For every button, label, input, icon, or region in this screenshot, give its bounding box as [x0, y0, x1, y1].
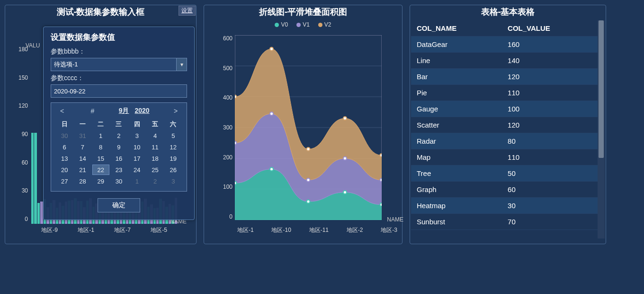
dp-day[interactable]: 26 — [165, 165, 182, 175]
svg-point-16 — [343, 157, 347, 160]
legend-item[interactable]: V0 — [275, 21, 288, 28]
dp-month[interactable]: 9月 — [119, 107, 129, 115]
param-c-value[interactable] — [51, 88, 187, 95]
dp-year[interactable]: 2020 — [134, 107, 149, 115]
dp-day[interactable]: 4 — [146, 130, 163, 141]
cell-name: Bar — [411, 69, 502, 85]
legend-item[interactable]: V1 — [296, 21, 310, 28]
dp-day[interactable]: 8 — [92, 142, 109, 152]
dp-day[interactable]: 21 — [74, 165, 91, 175]
dp-day[interactable]: 10 — [128, 142, 145, 152]
scrollbar-thumb[interactable] — [599, 20, 604, 158]
dp-day[interactable]: 17 — [128, 153, 145, 164]
dp-day[interactable]: 14 — [74, 153, 91, 164]
table-row[interactable]: Map110 — [411, 149, 598, 165]
cell-value: 60 — [502, 182, 598, 198]
dp-day[interactable]: 12 — [165, 142, 182, 152]
dp-prev1-icon[interactable]: # — [88, 107, 97, 115]
cell-value: 160 — [502, 37, 598, 53]
chevron-down-icon[interactable]: ▾ — [176, 58, 187, 71]
cell-name: Pie — [411, 85, 502, 101]
legend-item[interactable]: V2 — [318, 21, 331, 28]
dp-day[interactable]: 23 — [110, 165, 127, 175]
ytick: 150 — [14, 74, 28, 81]
dp-day[interactable]: 3 — [128, 130, 145, 141]
bar — [40, 202, 43, 224]
dp-day[interactable]: 30 — [56, 130, 73, 141]
xtick: 地区-10 — [271, 226, 291, 234]
svg-point-11 — [343, 191, 347, 194]
dp-prev2-icon[interactable]: < — [58, 107, 66, 115]
ytick: 600 — [218, 35, 233, 42]
dp-day[interactable]: 19 — [165, 153, 182, 164]
svg-point-21 — [343, 117, 347, 120]
svg-point-12 — [380, 203, 382, 206]
dp-day[interactable]: 11 — [146, 142, 163, 152]
dp-day[interactable]: 6 — [56, 142, 73, 152]
dp-day[interactable]: 2 — [146, 176, 163, 186]
dp-day[interactable]: 29 — [92, 176, 109, 186]
svg-point-13 — [235, 141, 237, 145]
param-b-select[interactable]: ▾ — [51, 58, 187, 71]
panel-param-input: 测试-数据集参数输入框 设置 VALU 1801501209060300 地区-… — [5, 5, 197, 244]
axis-xlabel: NAME — [387, 216, 403, 223]
param-b-value[interactable] — [51, 61, 176, 68]
cell-value: 120 — [502, 117, 598, 133]
table-row[interactable]: Sunburst70 — [411, 214, 598, 230]
dp-day[interactable]: 24 — [128, 165, 145, 175]
dp-day[interactable]: 22 — [92, 165, 109, 175]
dp-day[interactable]: 27 — [56, 176, 73, 186]
xtick: 地区-3 — [381, 226, 397, 234]
dp-day[interactable]: 20 — [56, 165, 73, 175]
dp-day[interactable]: 30 — [110, 176, 127, 186]
dp-day[interactable]: 3 — [165, 176, 182, 186]
dp-day[interactable]: 25 — [146, 165, 163, 175]
dow-header: 六 — [165, 119, 182, 129]
cell-name: Tree — [411, 165, 502, 182]
table-row[interactable]: Graph60 — [411, 182, 598, 198]
dp-day[interactable]: 5 — [165, 130, 182, 141]
panel-table: 表格-基本表格 COL_NAMECOL_VALUEDataGear160Line… — [410, 5, 606, 244]
dp-day[interactable]: 2 — [110, 130, 127, 141]
xtick: 地区-7 — [114, 226, 131, 234]
dp-next1-icon[interactable]: > — [171, 107, 180, 115]
xtick: 地区-1 — [78, 226, 94, 234]
dp-day[interactable]: 28 — [74, 176, 91, 186]
dp-day[interactable]: 18 — [146, 153, 163, 164]
confirm-button[interactable]: 确定 — [98, 198, 140, 212]
dp-day[interactable]: 7 — [74, 142, 91, 152]
dow-header: 四 — [128, 119, 145, 129]
ytick: 120 — [14, 102, 28, 109]
table-row[interactable]: Heatmap30 — [411, 198, 598, 214]
dp-day[interactable]: 13 — [56, 153, 73, 164]
table-row[interactable]: Scatter120 — [411, 117, 598, 133]
param-c-input[interactable] — [51, 84, 187, 98]
cell-name: Sunburst — [411, 214, 502, 230]
cell-name: Gauge — [411, 101, 502, 117]
cell-name: DataGear — [411, 37, 502, 53]
table-row[interactable]: Radar80 — [411, 133, 598, 149]
cell-name: Map — [411, 149, 502, 165]
dp-day[interactable]: 9 — [110, 142, 127, 152]
cell-value: 110 — [502, 85, 598, 101]
cell-name: Graph — [411, 182, 502, 198]
dp-day[interactable]: 15 — [92, 153, 109, 164]
cell-value: 140 — [502, 53, 598, 69]
dp-day[interactable]: 31 — [74, 130, 91, 141]
dp-day[interactable]: 16 — [110, 153, 127, 164]
table-row[interactable]: Gauge100 — [411, 101, 598, 117]
table-row[interactable]: DataGear160 — [411, 37, 598, 53]
table-row[interactable]: Bar120 — [411, 69, 598, 85]
dp-day[interactable]: 1 — [92, 130, 109, 141]
scrollbar[interactable] — [598, 20, 605, 239]
date-picker[interactable]: < # 9月 2020 > 日一二三四五六3031123456789101112… — [51, 102, 187, 192]
ytick: 300 — [218, 124, 233, 131]
table-row[interactable]: Pie110 — [411, 85, 598, 101]
svg-point-19 — [270, 47, 273, 51]
settings-button[interactable]: 设置 — [179, 6, 196, 16]
table-row[interactable]: Tree50 — [411, 165, 598, 182]
area-chart: 6005004003002001000 地区-1地区-10地区-11地区-2地区… — [218, 35, 395, 225]
dp-day[interactable]: 1 — [128, 176, 145, 186]
cell-value: 120 — [502, 69, 598, 85]
table-row[interactable]: Line140 — [411, 53, 598, 69]
